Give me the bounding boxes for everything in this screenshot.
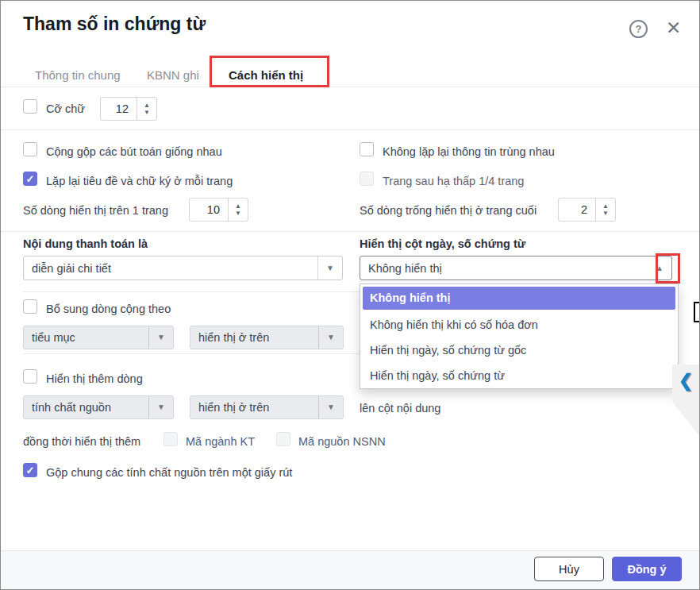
dialog-footer: Hủy Đồng ý xyxy=(1,550,699,590)
no-repeat-info-checkbox[interactable] xyxy=(360,142,374,156)
also-show-label: đồng thời hiển thị thêm xyxy=(23,434,140,449)
chevron-down-icon[interactable]: ▼ xyxy=(148,326,173,349)
merge-entries-label: Cộng gộp các bút toán giống nhau xyxy=(46,145,222,159)
collapse-panel-tab[interactable]: ❮ xyxy=(672,364,699,436)
up-arrow-icon[interactable]: ▲ xyxy=(144,102,150,109)
up-arrow-icon[interactable]: ▲ xyxy=(235,202,241,210)
sum-row-position-value: hiển thị ở trên xyxy=(190,331,318,344)
lower-quarter-page-checkbox xyxy=(360,172,374,186)
mouse-cursor xyxy=(694,302,700,322)
merge-sources-label: Gộp chung các tính chất nguồn trên một g… xyxy=(46,465,292,480)
blank-rows-label: Số dòng trống hiển thị ở trang cuối xyxy=(360,203,537,218)
ma-nguon-nsnn-checkbox xyxy=(276,432,290,446)
down-arrow-icon[interactable]: ▼ xyxy=(235,210,241,217)
stepper-arrows[interactable]: ▲ ▼ xyxy=(137,98,156,120)
extra-row-position-select[interactable]: hiển thị ở trên ▼ xyxy=(190,395,344,419)
rows-per-page-label: Số dòng hiển thị trên 1 trang xyxy=(23,203,168,218)
divider xyxy=(1,231,699,232)
sum-row-checkbox[interactable] xyxy=(23,299,37,314)
doc-date-column-dropdown: Không hiển thị Không hiển thị khi có số … xyxy=(360,283,679,389)
repeat-header-checkbox[interactable] xyxy=(23,172,37,186)
blank-rows-stepper[interactable]: 2 ▲ ▼ xyxy=(558,198,616,222)
doc-date-column-value: Không hiển thị xyxy=(360,262,648,275)
extra-row-checkbox[interactable] xyxy=(23,369,37,384)
sum-row-label: Bổ sung dòng cộng theo xyxy=(46,302,171,316)
stepper-arrows[interactable]: ▲ ▼ xyxy=(595,199,615,221)
doc-date-column-label: Hiển thị cột ngày, số chứng từ xyxy=(360,237,525,251)
ma-nguon-nsnn-label: Mã nguồn NSNN xyxy=(298,434,386,449)
tab-thong-tin-chung[interactable]: Thông tin chung xyxy=(35,68,121,82)
sum-row-position-select[interactable]: hiển thị ở trên ▼ xyxy=(190,326,344,349)
page-title: Tham số in chứng từ xyxy=(23,13,206,35)
payment-content-label: Nội dung thanh toán là xyxy=(23,237,148,251)
down-arrow-icon[interactable]: ▼ xyxy=(602,210,609,217)
chevron-down-icon[interactable]: ▼ xyxy=(318,396,343,418)
chevron-down-icon[interactable]: ▼ xyxy=(148,396,173,418)
no-repeat-info-label: Không lặp lại thông tin trùng nhau xyxy=(383,145,555,159)
dropdown-option-3[interactable]: Hiển thị ngày, số chứng từ gốc xyxy=(360,337,678,363)
up-arrow-icon[interactable]: ▲ xyxy=(602,202,609,210)
divider xyxy=(1,87,699,87)
dropdown-arrow-highlight-box xyxy=(656,253,680,283)
dropdown-option-1[interactable]: Không hiển thị xyxy=(363,287,675,310)
close-icon[interactable]: ✕ xyxy=(666,17,681,39)
rows-per-page-value[interactable]: 10 xyxy=(190,199,228,221)
tab-kbnn-ghi[interactable]: KBNN ghi xyxy=(147,68,199,82)
chevron-down-icon[interactable]: ▼ xyxy=(318,326,343,349)
payment-content-select[interactable]: diễn giải chi tiết ▼ xyxy=(23,256,343,280)
dropdown-option-4[interactable]: Hiển thị ngày, số chứng từ xyxy=(360,363,678,388)
blank-rows-value[interactable]: 2 xyxy=(559,199,595,221)
down-arrow-icon[interactable]: ▼ xyxy=(144,109,150,116)
active-tab-highlight-box xyxy=(210,56,329,87)
lower-quarter-page-label: Trang sau hạ thấp 1/4 trang xyxy=(383,174,524,188)
payment-content-value: diễn giải chi tiết xyxy=(24,262,317,275)
ok-button[interactable]: Đồng ý xyxy=(612,557,682,581)
sum-row-by-select[interactable]: tiểu mục ▼ xyxy=(23,326,174,349)
divider xyxy=(1,129,699,130)
ma-nganh-kt-label: Mã ngành KT xyxy=(186,434,255,449)
extra-row-position-value: hiển thị ở trên xyxy=(190,401,318,414)
rows-per-page-stepper[interactable]: 10 ▲ ▼ xyxy=(189,198,248,222)
extra-row-by-value: tính chất nguồn xyxy=(24,401,148,414)
font-size-stepper[interactable]: 12 ▲ ▼ xyxy=(100,97,157,121)
extra-row-by-select[interactable]: tính chất nguồn ▼ xyxy=(23,395,174,419)
merge-sources-checkbox[interactable] xyxy=(23,463,37,477)
font-size-value[interactable]: 12 xyxy=(101,98,137,120)
chevron-left-icon[interactable]: ❮ xyxy=(679,371,693,391)
cancel-button[interactable]: Hủy xyxy=(534,557,604,581)
sum-row-by-value: tiểu mục xyxy=(24,331,148,344)
stepper-arrows[interactable]: ▲ ▼ xyxy=(228,199,248,221)
print-parameters-dialog: Tham số in chứng từ ? ✕ Thông tin chung … xyxy=(0,0,700,590)
extra-row-target-label: lên cột nội dung xyxy=(360,401,440,415)
extra-row-label: Hiển thị thêm dòng xyxy=(46,372,143,386)
merge-entries-checkbox[interactable] xyxy=(23,142,37,156)
help-icon[interactable]: ? xyxy=(629,20,648,38)
chevron-down-icon[interactable]: ▼ xyxy=(317,256,342,280)
doc-date-column-select[interactable]: Không hiển thị ▲ xyxy=(360,256,672,280)
repeat-header-label: Lặp lại tiêu đề và chữ ký ở mỗi trang xyxy=(46,174,233,188)
dropdown-option-2[interactable]: Không hiển thị khi có số hóa đơn xyxy=(360,312,678,337)
font-size-label: Cỡ chữ xyxy=(46,102,85,116)
ma-nganh-kt-checkbox xyxy=(163,432,178,446)
font-size-checkbox[interactable] xyxy=(23,99,37,114)
